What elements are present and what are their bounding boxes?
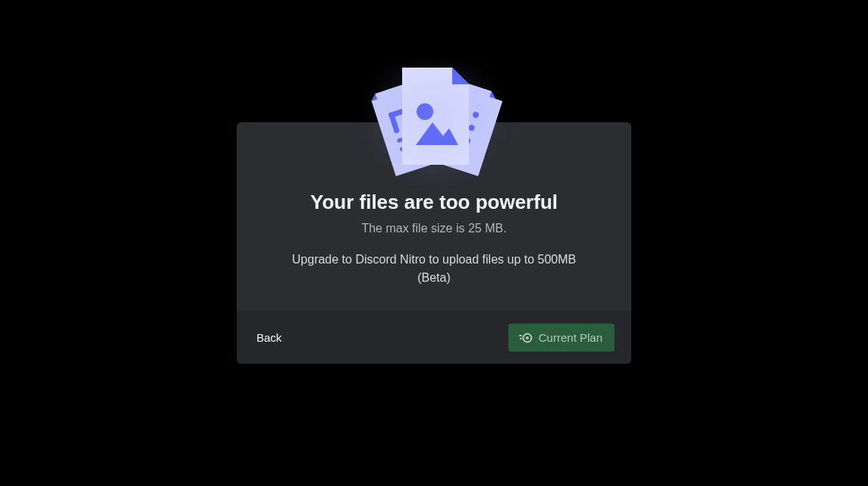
current-plan-label: Current Plan (539, 331, 602, 344)
back-button[interactable]: Back (253, 325, 285, 350)
svg-rect-1 (388, 112, 400, 134)
dialog-title: Your files are too powerful (258, 191, 610, 214)
svg-point-7 (464, 137, 471, 144)
dialog-upgrade-text: Upgrade to Discord Nitro to upload files… (278, 251, 590, 287)
svg-rect-0 (388, 103, 422, 118)
files-stack-icon (351, 62, 517, 183)
svg-rect-11 (519, 335, 522, 336)
upload-error-dialog: Your files are too powerful The max file… (237, 122, 631, 364)
svg-rect-4 (402, 147, 432, 160)
dialog-subtitle: The max file size is 25 MB. (258, 222, 610, 235)
svg-point-10 (526, 336, 529, 339)
svg-rect-2 (397, 127, 437, 143)
svg-rect-12 (520, 338, 522, 339)
svg-point-6 (467, 124, 475, 131)
dialog-body: Your files are too powerful The max file… (237, 122, 631, 311)
svg-rect-3 (400, 135, 440, 151)
current-plan-button[interactable]: Current Plan (508, 323, 615, 352)
svg-point-5 (472, 111, 480, 118)
dialog-footer: Back Current Plan (237, 311, 631, 364)
svg-point-8 (417, 103, 433, 120)
nitro-icon (519, 333, 533, 343)
